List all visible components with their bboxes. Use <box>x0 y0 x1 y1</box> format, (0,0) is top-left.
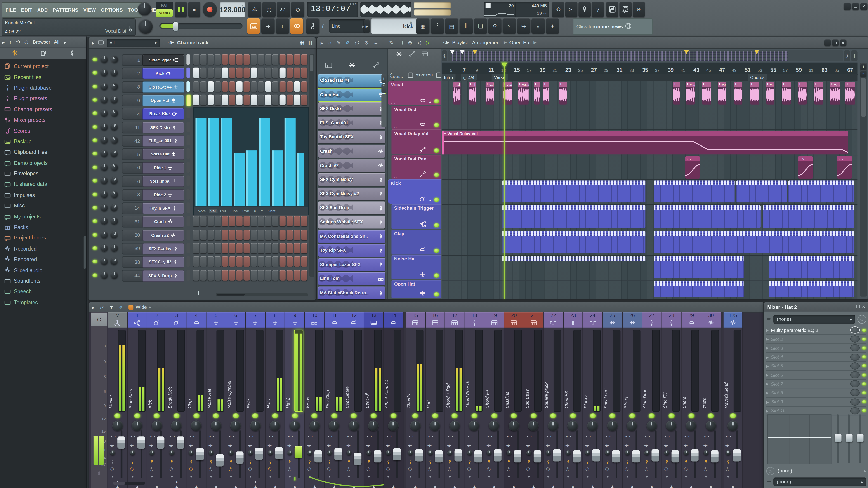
channel-enable-led[interactable] <box>92 165 97 169</box>
strip-header[interactable]: 6 <box>226 312 246 328</box>
pl-maximize-button[interactable]: ❐ <box>832 39 839 46</box>
step-13[interactable] <box>280 256 286 267</box>
strip-pan-knob[interactable] <box>348 420 359 431</box>
eq-slider-handle-1[interactable] <box>835 434 841 442</box>
step-7[interactable] <box>237 81 243 92</box>
mixer-strip-master[interactable]: MMaster▲ ▼◀▶◷▲▲ <box>108 312 128 488</box>
pl-paint-icon[interactable]: ✐ <box>346 40 350 45</box>
step-6[interactable] <box>229 68 235 78</box>
step-9[interactable] <box>251 81 257 92</box>
channel-number[interactable]: 38› <box>122 256 145 268</box>
step-10[interactable] <box>258 270 264 281</box>
fx-maximize-button[interactable]: ❐ <box>856 304 860 309</box>
fx-slot-1[interactable]: ▶Fruity parametric EQ 2 <box>766 326 866 335</box>
strip-pan-knob[interactable] <box>211 420 221 431</box>
strip-header[interactable]: 28 <box>662 312 681 328</box>
step-1[interactable] <box>193 95 199 105</box>
strip-pan-knob[interactable] <box>706 420 716 431</box>
strip-small-knob[interactable] <box>664 450 669 455</box>
step-8[interactable] <box>244 229 250 240</box>
velocity-bar[interactable] <box>297 153 304 206</box>
pl-magnet-icon[interactable]: ∩ <box>328 40 332 45</box>
metronome-button[interactable]: ◷ <box>262 2 276 17</box>
pattern-clip[interactable] <box>502 256 646 262</box>
eq-preview[interactable] <box>767 414 831 464</box>
mixer-strip-string[interactable]: 26String▲ ▼◀▶◷▲ <box>622 312 642 488</box>
picker-item-sfx-8bit-drop[interactable]: SFX 8bit Drop <box>318 201 385 214</box>
pan-arrows[interactable]: ◀▶ <box>546 444 550 447</box>
strip-small-knob[interactable] <box>546 450 551 455</box>
strip-fader[interactable] <box>494 449 502 462</box>
step-15[interactable] <box>294 256 300 267</box>
pan-arrows[interactable]: ◀▶ <box>604 444 609 447</box>
strip-clock-icon[interactable]: ◷ <box>110 466 114 471</box>
step-7[interactable] <box>237 256 243 267</box>
channel-button-ride-2[interactable]: Ride 2 <box>142 189 184 200</box>
stereo-sep-arrows[interactable]: ▲ ▼ <box>268 435 274 437</box>
pattern-prev-button[interactable]: ▶ <box>364 20 370 33</box>
step-2[interactable] <box>200 54 207 65</box>
channel-select-indicator[interactable] <box>186 54 190 65</box>
step-2[interactable] <box>200 270 207 281</box>
strip-header[interactable]: 27 <box>642 312 661 328</box>
button-view-mixer[interactable]: ⫼ <box>460 18 473 34</box>
strip-mute-led[interactable] <box>530 413 537 418</box>
strip-header[interactable]: 14 <box>384 312 403 328</box>
step-4[interactable] <box>215 229 221 240</box>
slot-arrow-icon[interactable]: ▶ <box>766 391 769 395</box>
strip-pan-knob[interactable] <box>469 420 480 431</box>
picker-item-smigen-whistle-sfx[interactable]: Smigen Whistle SFX <box>318 216 385 228</box>
strip-fader[interactable] <box>157 437 164 449</box>
track-mute-led[interactable] <box>434 292 439 297</box>
strip-fader[interactable] <box>711 450 718 462</box>
channel-enable-led[interactable] <box>92 138 97 142</box>
step-12[interactable] <box>272 256 278 267</box>
stereo-sep-arrows[interactable]: ▲ ▼ <box>546 435 552 437</box>
step-8[interactable] <box>244 68 250 78</box>
step-4[interactable] <box>215 256 221 267</box>
pl-play-icon[interactable]: ▶ <box>320 41 323 44</box>
slot-arrow-icon[interactable]: ▶ <box>766 382 769 386</box>
channel-select-indicator[interactable] <box>186 229 190 240</box>
pan-arrows[interactable]: ◀▶ <box>346 444 351 447</box>
browser-tab-files[interactable] <box>40 48 46 58</box>
stereo-sep-arrows[interactable]: ▲ ▼ <box>189 435 195 437</box>
strip-fader[interactable] <box>117 437 125 449</box>
channel-pan-knob[interactable] <box>101 150 108 158</box>
velocity-bar[interactable] <box>208 118 219 206</box>
strip-clock-icon[interactable]: ◷ <box>565 466 569 471</box>
pattern-clip[interactable] <box>654 256 744 278</box>
strip-header[interactable]: 21 <box>524 312 543 328</box>
strip-clock-icon[interactable]: ◷ <box>704 466 708 471</box>
fx-output-dropdown[interactable]: (none)▶ <box>774 477 866 486</box>
step-4[interactable] <box>215 243 221 254</box>
strip-small-knob[interactable] <box>248 450 253 455</box>
strip-fader[interactable] <box>216 455 223 467</box>
step-13[interactable] <box>280 81 286 92</box>
strip-clock-icon[interactable]: ◷ <box>506 466 510 471</box>
pl-pencil-icon[interactable]: ✎ <box>389 40 393 45</box>
step-5[interactable] <box>222 95 228 105</box>
step-13[interactable] <box>280 243 286 254</box>
channel-select-indicator[interactable] <box>186 149 190 159</box>
stereo-sep-arrows[interactable]: ▲ ▼ <box>487 435 493 437</box>
strip-small-knob[interactable] <box>506 450 512 455</box>
channel-select-indicator[interactable] <box>186 68 190 78</box>
step-2[interactable] <box>200 243 207 254</box>
strip-clock-icon[interactable]: ◷ <box>428 466 432 471</box>
slot-mix-knob[interactable] <box>850 398 860 405</box>
step-1[interactable] <box>193 229 199 240</box>
step-11[interactable] <box>265 270 271 281</box>
channel-button-fls-n-001[interactable]: FLS_..n 001 <box>142 135 184 147</box>
track-dots[interactable]: ... <box>391 199 396 203</box>
stereo-sep-arrows[interactable]: ▲ ▼ <box>664 435 671 437</box>
channel-number[interactable]: 30› <box>122 229 145 241</box>
strip-mute-led[interactable] <box>134 413 141 418</box>
step-5[interactable] <box>222 229 228 240</box>
pan-arrows[interactable]: ◀▶ <box>447 444 452 447</box>
channel-volume-knob[interactable] <box>110 82 119 92</box>
browser-item-speech[interactable]: Speech <box>0 286 86 297</box>
mixer-strip-chop-fx[interactable]: 23Chop FX▲ ▼◀▶◷▲ <box>563 312 583 488</box>
strip-pan-knob[interactable] <box>289 420 300 431</box>
channel-button-nois-mbal[interactable]: Nois..mbal <box>142 175 184 187</box>
